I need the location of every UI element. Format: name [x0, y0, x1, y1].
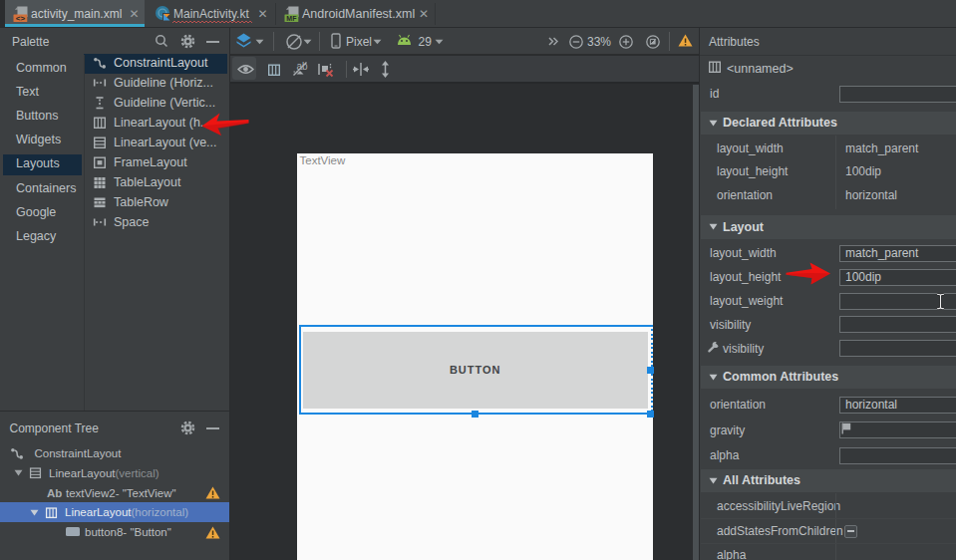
svg-text:MF: MF: [286, 14, 297, 21]
svg-text:<>: <>: [15, 13, 25, 22]
